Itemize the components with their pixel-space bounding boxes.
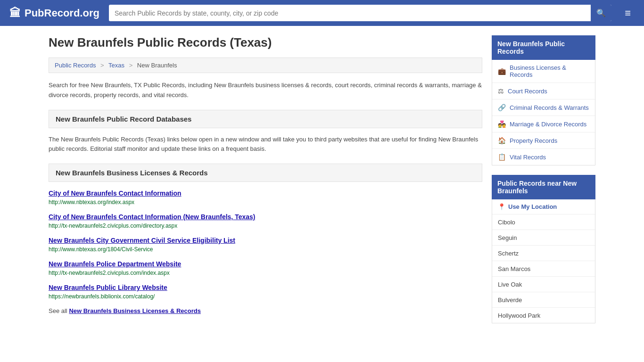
breadcrumb-city: New Braunfels xyxy=(137,62,177,69)
nearby-link-2[interactable]: Seguin xyxy=(498,234,517,241)
sidebar-item-link-3[interactable]: 💑Marriage & Divorce Records xyxy=(492,116,595,132)
sidebar-item-label-2: Criminal Records & Warrants xyxy=(510,104,589,111)
use-location-label: Use My Location xyxy=(508,203,557,210)
use-location-btn[interactable]: 📍Use My Location xyxy=(498,203,589,210)
sidebar-item-label-4: Property Records xyxy=(510,137,557,144)
sidebar-item-label-1: Court Records xyxy=(508,88,547,95)
sidebar-item-label-0: Business Licenses & Records xyxy=(510,64,589,78)
nearby-link-1[interactable]: Cibolo xyxy=(498,219,515,226)
business-section-header: New Braunfels Business Licenses & Record… xyxy=(49,164,482,182)
see-all: See all New Braunfels Business Licenses … xyxy=(49,307,482,314)
nearby-link-5[interactable]: Live Oak xyxy=(498,281,522,288)
page-title: New Braunfels Public Records (Texas) xyxy=(49,35,482,50)
sidebar-item-icon-1: ⚖ xyxy=(498,87,504,95)
sidebar-item-link-1[interactable]: ⚖Court Records xyxy=(492,83,595,99)
logo[interactable]: 🏛 PubRecord.org xyxy=(9,7,99,20)
menu-icon: ≡ xyxy=(625,7,631,19)
record-url-1: http://tx-newbraunfels2.civicplus.com/di… xyxy=(49,222,482,229)
nearby-link-4[interactable]: San Marcos xyxy=(498,265,530,272)
databases-header: New Braunfels Public Record Databases xyxy=(49,110,482,128)
main-container: New Braunfels Public Records (Texas) Pub… xyxy=(39,26,605,342)
record-url-3: http://tx-newbraunfels2.civicplus.com/in… xyxy=(49,270,482,276)
record-url-2: http://www.nbtexas.org/1804/Civil-Servic… xyxy=(49,246,482,253)
menu-button[interactable]: ≡ xyxy=(621,5,635,21)
sidebar-nearby-section: Public Records near New Braunfels 📍Use M… xyxy=(492,175,595,323)
logo-icon: 🏛 xyxy=(9,7,21,20)
sidebar-item-icon-0: 💼 xyxy=(498,67,506,75)
record-url-0: http://www.nbtexas.org/index.aspx xyxy=(49,199,482,206)
record-title-1[interactable]: City of New Braunfels Contact Informatio… xyxy=(49,213,482,221)
sidebar-item-0: 💼Business Licenses & Records xyxy=(492,60,595,83)
record-title-2[interactable]: New Braunfels City Government Civil Serv… xyxy=(49,237,482,244)
sidebar-item-link-5[interactable]: 📋Vital Records xyxy=(492,149,595,165)
intro-text: Search for free New Braunfels, TX Public… xyxy=(49,81,482,100)
sidebar-item-3: 💑Marriage & Divorce Records xyxy=(492,116,595,132)
see-all-link[interactable]: New Braunfels Business Licenses & Record… xyxy=(69,307,201,314)
nearby-item-6: Bulverde xyxy=(492,292,595,308)
sidebar-item-5: 📋Vital Records xyxy=(492,149,595,165)
search-icon: 🔍 xyxy=(596,9,606,17)
sidebar-item-icon-4: 🏠 xyxy=(498,137,506,144)
search-button[interactable]: 🔍 xyxy=(591,5,611,21)
nearby-item-4: San Marcos xyxy=(492,261,595,277)
breadcrumb-sep-1: > xyxy=(100,62,104,69)
header: 🏛 PubRecord.org 🔍 ≡ xyxy=(0,0,644,26)
sidebar-records-list: 💼Business Licenses & Records⚖Court Recor… xyxy=(492,60,595,165)
sidebar-item-1: ⚖Court Records xyxy=(492,83,595,99)
sidebar: New Braunfels Public Records 💼Business L… xyxy=(492,35,595,333)
nearby-link-3[interactable]: Schertz xyxy=(498,250,519,257)
sidebar-item-label-5: Vital Records xyxy=(510,154,546,161)
breadcrumb-sep-2: > xyxy=(129,62,133,69)
nearby-item-5: Live Oak xyxy=(492,277,595,292)
sidebar-item-link-4[interactable]: 🏠Property Records xyxy=(492,132,595,148)
logo-text: PubRecord.org xyxy=(25,7,99,19)
sidebar-item-link-0[interactable]: 💼Business Licenses & Records xyxy=(492,60,595,82)
nearby-link-6[interactable]: Bulverde xyxy=(498,296,522,304)
nearby-item-0: 📍Use My Location xyxy=(492,199,595,214)
sidebar-item-icon-2: 🔗 xyxy=(498,104,506,111)
location-pin-icon: 📍 xyxy=(498,203,505,210)
sidebar-item-2: 🔗Criminal Records & Warrants xyxy=(492,99,595,116)
sidebar-item-label-3: Marriage & Divorce Records xyxy=(510,121,586,128)
sidebar-main-title: New Braunfels Public Records xyxy=(492,35,595,60)
breadcrumb: Public Records > Texas > New Braunfels xyxy=(49,58,482,73)
sidebar-item-4: 🏠Property Records xyxy=(492,132,595,149)
nearby-item-1: Cibolo xyxy=(492,214,595,230)
search-bar: 🔍 xyxy=(109,5,611,21)
nearby-item-7: Hollywood Park xyxy=(492,308,595,323)
nearby-item-3: Schertz xyxy=(492,246,595,261)
breadcrumb-state[interactable]: Texas xyxy=(108,62,124,69)
record-title-4[interactable]: New Braunfels Public Library Website xyxy=(49,284,482,291)
nearby-link-7[interactable]: Hollywood Park xyxy=(498,312,540,319)
sidebar-main-section: New Braunfels Public Records 💼Business L… xyxy=(492,35,595,165)
databases-info: The New Braunfels Public Records (Texas)… xyxy=(49,135,482,155)
breadcrumb-home[interactable]: Public Records xyxy=(55,62,96,69)
sidebar-item-link-2[interactable]: 🔗Criminal Records & Warrants xyxy=(492,99,595,115)
nearby-item-2: Seguin xyxy=(492,230,595,246)
sidebar-nearby-title: Public Records near New Braunfels xyxy=(492,175,595,199)
record-url-4: https://newbraunfels.biblionix.com/catal… xyxy=(49,293,482,300)
sidebar-item-icon-5: 📋 xyxy=(498,153,506,161)
search-input[interactable] xyxy=(109,6,591,21)
record-title-0[interactable]: City of New Braunfels Contact Informatio… xyxy=(49,189,482,197)
sidebar-nearby-list: 📍Use My LocationCiboloSeguinSchertzSan M… xyxy=(492,199,595,323)
records-list: City of New Braunfels Contact Informatio… xyxy=(49,189,482,300)
content-area: New Braunfels Public Records (Texas) Pub… xyxy=(49,35,482,333)
sidebar-item-icon-3: 💑 xyxy=(498,120,506,128)
record-title-3[interactable]: New Braunfels Police Department Website xyxy=(49,260,482,268)
